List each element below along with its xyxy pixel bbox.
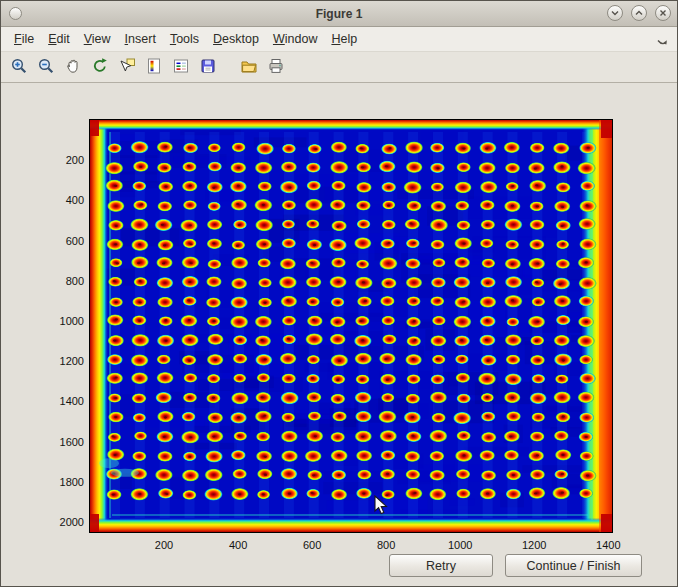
menubar: FileEditViewInsertToolsDesktopWindowHelp [1,27,677,52]
heatmap-image[interactable] [90,120,612,532]
window-title: Figure 1 [1,7,677,21]
menu-help[interactable]: Help [324,28,364,50]
shade-window-button[interactable] [607,5,623,21]
print-figure-icon [267,57,285,78]
zoom-out-icon [37,57,55,78]
y-tick-label: 600 [38,234,84,248]
menu-edit[interactable]: Edit [41,28,77,50]
axes: 200400600800100012001400160018002000 200… [89,119,613,533]
menu-view[interactable]: View [77,28,118,50]
y-tick-label: 1200 [38,354,84,368]
pan-icon [64,57,82,78]
titlebar[interactable]: Figure 1 [1,1,677,27]
close-window-button[interactable] [655,5,671,21]
rotate-3d-icon [91,57,109,78]
window-controls [607,5,671,21]
data-cursor-button[interactable] [114,55,139,80]
y-tick-label: 200 [38,153,84,167]
window-menu-button[interactable] [9,7,22,20]
pan-button[interactable] [60,55,85,80]
y-tick-label: 800 [38,274,84,288]
x-tick-label: 1200 [511,538,557,552]
zoom-in-button[interactable] [6,55,31,80]
save-figure-button[interactable] [195,55,220,80]
menu-file[interactable]: File [7,28,41,50]
menubar-overflow-icon[interactable] [656,34,668,52]
open-file-icon [240,57,258,78]
save-figure-icon [199,57,217,78]
toolbar [1,52,677,83]
figure-window: Figure 1 FileEditViewInsertToolsDesktopW… [0,0,678,587]
insert-legend-icon [172,57,190,78]
y-tick-label: 1000 [38,314,84,328]
menu-insert[interactable]: Insert [118,28,163,50]
y-tick-label: 2000 [38,515,84,529]
x-tick-label: 200 [141,538,187,552]
toolbar-separator [222,55,234,80]
data-cursor-icon [118,57,136,78]
figure-canvas-area: 200400600800100012001400160018002000 200… [1,83,677,586]
insert-colorbar-button[interactable] [141,55,166,80]
x-tick-label: 1000 [437,538,483,552]
x-tick-label: 1400 [585,538,631,552]
y-tick-label: 1400 [38,394,84,408]
insert-legend-button[interactable] [168,55,193,80]
print-figure-button[interactable] [263,55,288,80]
x-tick-label: 800 [363,538,409,552]
y-tick-label: 400 [38,193,84,207]
zoom-out-button[interactable] [33,55,58,80]
menu-window[interactable]: Window [266,28,324,50]
menu-desktop[interactable]: Desktop [206,28,266,50]
retry-button[interactable]: Retry [389,554,493,577]
open-file-button[interactable] [236,55,261,80]
y-tick-label: 1800 [38,475,84,489]
menubar-items: FileEditViewInsertToolsDesktopWindowHelp [7,28,364,50]
rotate-3d-button[interactable] [87,55,112,80]
x-tick-label: 400 [215,538,261,552]
x-tick-label: 600 [289,538,335,552]
menu-tools[interactable]: Tools [163,28,206,50]
continue-finish-button[interactable]: Continue / Finish [505,554,642,577]
insert-colorbar-icon [145,57,163,78]
zoom-in-icon [10,57,28,78]
maximize-window-button[interactable] [631,5,647,21]
y-tick-label: 1600 [38,435,84,449]
